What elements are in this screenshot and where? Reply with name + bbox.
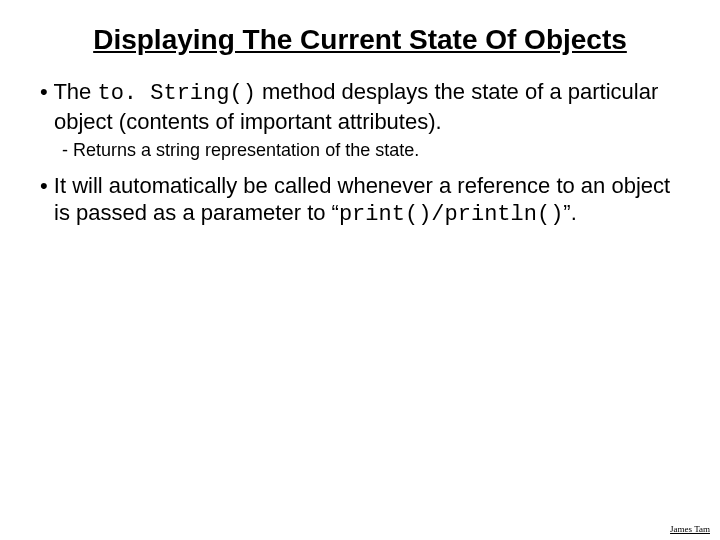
sub-bullet-1: Returns a string representation of the s… [62,139,690,162]
bullet-2-code: print()/println() [339,202,563,227]
bullet-1-code: to. String() [97,81,255,106]
bullet-1: The to. String() method desplays the sta… [40,78,690,135]
bullet-2-post: ”. [563,200,576,225]
footer-author: James Tam [670,524,710,534]
slide-title: Displaying The Current State Of Objects [30,24,690,56]
bullet-2: It will automatically be called whenever… [40,172,690,229]
bullet-list: The to. String() method desplays the sta… [30,78,690,229]
bullet-1-pre: The [53,79,97,104]
slide: Displaying The Current State Of Objects … [0,0,720,540]
